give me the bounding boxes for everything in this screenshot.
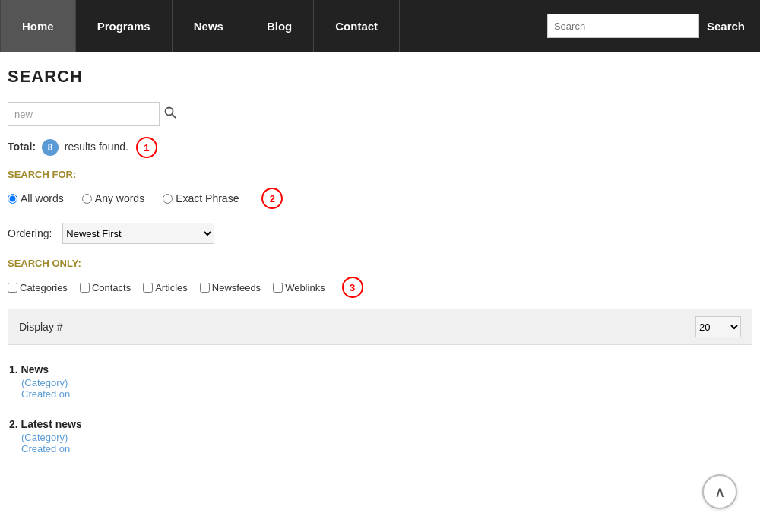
nav-item-home[interactable]: Home — [0, 0, 76, 52]
search-only-section: SEARCH ONLY: Categories Contacts Article… — [8, 258, 752, 298]
radio-exact-phrase-input[interactable] — [163, 194, 173, 204]
checkbox-contacts-label: Contacts — [92, 282, 131, 293]
radio-exact-phrase[interactable]: Exact Phrase — [163, 192, 239, 204]
search-only-label: SEARCH ONLY: — [8, 258, 752, 269]
search-for-section: SEARCH FOR: All words Any words Exact Ph… — [8, 169, 752, 209]
checkbox-newsfeeds[interactable]: Newsfeeds — [200, 282, 261, 293]
nav-search-area: Search — [547, 14, 752, 38]
radio-all-words-label: All words — [21, 192, 64, 204]
checkbox-articles-input[interactable] — [143, 283, 153, 293]
page-title: SEARCH — [8, 67, 752, 87]
annotation-1: 1 — [136, 137, 157, 158]
ordering-select[interactable]: Newest First Oldest First Most Popular A… — [62, 223, 214, 244]
svg-point-0 — [166, 108, 173, 116]
ordering-label: Ordering: — [8, 227, 52, 239]
search-for-radio-group: All words Any words Exact Phrase 2 — [8, 188, 752, 209]
search-input[interactable] — [8, 102, 160, 126]
result-2-category[interactable]: (Category) — [21, 432, 751, 443]
svg-line-1 — [173, 115, 176, 119]
display-bar: Display # 5 10 15 20 25 30 50 100 — [8, 309, 752, 345]
checkbox-weblinks[interactable]: Weblinks — [273, 282, 325, 293]
search-for-label: SEARCH FOR: — [8, 169, 752, 180]
radio-any-words-input[interactable] — [82, 194, 92, 204]
checkbox-articles[interactable]: Articles — [143, 282, 188, 293]
checkbox-articles-label: Articles — [155, 282, 188, 293]
checkbox-newsfeeds-label: Newsfeeds — [212, 282, 261, 293]
search-submit-button[interactable] — [164, 106, 176, 122]
radio-exact-phrase-label: Exact Phrase — [176, 192, 239, 204]
checkbox-contacts[interactable]: Contacts — [80, 282, 131, 293]
result-1-category[interactable]: (Category) — [21, 377, 751, 388]
result-2-title: 2. Latest news — [9, 418, 751, 430]
search-only-checkbox-group: Categories Contacts Articles Newsfeeds W… — [8, 277, 752, 298]
search-bar — [8, 102, 752, 126]
annotation-3: 3 — [342, 277, 363, 298]
nav-item-blog[interactable]: Blog — [245, 0, 314, 52]
results-total-label: Total: — [8, 141, 36, 153]
checkbox-newsfeeds-input[interactable] — [200, 283, 210, 293]
result-1-title: 1. News — [9, 363, 751, 375]
display-select[interactable]: 5 10 15 20 25 30 50 100 — [695, 316, 741, 337]
nav-item-contact[interactable]: Contact — [314, 0, 400, 52]
main-nav: Home Programs News Blog Contact Search — [0, 0, 760, 52]
radio-all-words-input[interactable] — [8, 194, 17, 204]
results-count-badge: 8 — [42, 139, 59, 156]
result-item-2: 2. Latest news (Category) Created on — [9, 418, 751, 454]
nav-links: Home Programs News Blog Contact — [0, 0, 400, 52]
result-2-created[interactable]: Created on — [21, 443, 751, 454]
radio-any-words-label: Any words — [95, 192, 144, 204]
annotation-2: 2 — [261, 188, 283, 209]
radio-any-words[interactable]: Any words — [82, 192, 144, 204]
checkbox-categories-label: Categories — [20, 282, 68, 293]
result-2-title-link[interactable]: 2. Latest news — [9, 418, 82, 430]
result-1-created[interactable]: Created on — [21, 388, 751, 400]
results-suffix: results found. — [65, 141, 128, 153]
chevron-up-icon: ∧ — [714, 483, 726, 488]
result-1-title-link[interactable]: 1. News — [9, 363, 49, 375]
ordering-row: Ordering: Newest First Oldest First Most… — [8, 223, 752, 244]
checkbox-categories-input[interactable] — [8, 283, 17, 293]
checkbox-categories[interactable]: Categories — [8, 282, 68, 293]
nav-item-news[interactable]: News — [173, 0, 245, 52]
result-item-1: 1. News (Category) Created on — [9, 363, 751, 400]
nav-search-button[interactable]: Search — [699, 20, 752, 33]
checkbox-contacts-input[interactable] — [80, 283, 90, 293]
display-label: Display # — [19, 321, 63, 333]
nav-item-programs[interactable]: Programs — [76, 0, 173, 52]
main-content: SEARCH Total: 8 results found. 1 SEARCH … — [0, 52, 760, 488]
results-total: Total: 8 results found. 1 — [8, 137, 752, 158]
checkbox-weblinks-label: Weblinks — [285, 282, 325, 293]
nav-search-input[interactable] — [547, 14, 699, 38]
search-icon — [164, 106, 176, 119]
results-list: 1. News (Category) Created on 2. Latest … — [8, 363, 752, 454]
checkbox-weblinks-input[interactable] — [273, 283, 283, 293]
radio-all-words[interactable]: All words — [8, 192, 64, 204]
